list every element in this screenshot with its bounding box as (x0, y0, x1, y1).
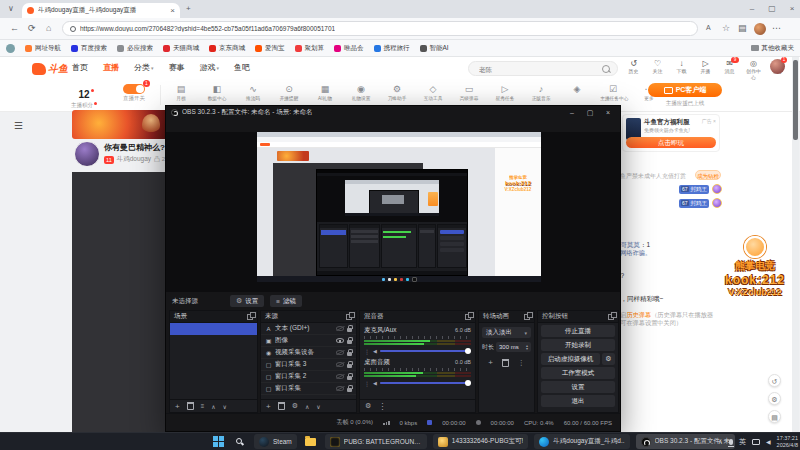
tool-item[interactable]: ▦ AI礼物 (310, 83, 340, 102)
obs-close-button[interactable]: × (601, 109, 615, 116)
settings-fab-button[interactable]: ⚙ (768, 392, 781, 405)
volume-slider[interactable] (380, 382, 471, 384)
tool-item[interactable]: ◇ 互动工具 (418, 83, 448, 102)
header-icon-item[interactable]: ✉ 消息 9 (720, 59, 739, 82)
room-banner-image[interactable] (72, 110, 168, 139)
url-field[interactable]: https://www.douyu.com/2706482?dyshid=4be… (62, 21, 698, 36)
history-danmaku-link[interactable]: 历史弹幕 (626, 311, 651, 318)
speaker-icon[interactable]: ◀ (373, 380, 377, 386)
virtual-cam-settings-icon[interactable]: ⚙ (602, 353, 615, 365)
move-up-icon[interactable]: ∧ (211, 403, 215, 410)
popout-icon[interactable] (346, 314, 352, 320)
channel-menu-icon[interactable]: ⋮ (364, 380, 370, 387)
nav-item[interactable]: 鱼吧 ▾ (234, 62, 250, 73)
tool-item[interactable]: ◧ 数据中心 (202, 83, 232, 102)
visibility-eye-icon[interactable] (336, 338, 344, 343)
obs-minimize-button[interactable]: – (565, 109, 579, 116)
scenes-dock-header[interactable]: 场景 (170, 311, 257, 323)
nav-item[interactable]: 分类 ▾ (134, 62, 154, 73)
hamburger-menu-icon[interactable]: ☰ (14, 120, 23, 131)
collections-icon[interactable]: ▤ (738, 23, 747, 33)
tool-item[interactable]: ▷ 星秀任务 (490, 83, 520, 102)
header-icon-item[interactable]: ♡ 关注 (648, 59, 667, 82)
lock-icon[interactable] (347, 328, 352, 332)
duration-spinner[interactable]: 300 ms ▴▾ (496, 342, 531, 352)
mixer-settings-icon[interactable]: ⚙ (365, 402, 371, 410)
obs-preview[interactable]: 熊掌电竞 kook:212 V:XZclub212 (166, 132, 620, 292)
new-tab-button[interactable]: + (186, 4, 191, 13)
bookmark-item[interactable]: 唯品会 (334, 44, 364, 53)
window-minimize-button[interactable]: – (744, 4, 760, 13)
slider-knob[interactable] (465, 380, 471, 386)
bookmark-globe-icon[interactable] (6, 44, 15, 53)
header-icon-item[interactable]: ◎ 创作中心 (744, 59, 763, 82)
tab-search-chevron-icon[interactable]: ∨ (8, 4, 14, 13)
control-button[interactable]: 停止直播 (541, 325, 615, 337)
lock-icon[interactable] (347, 352, 352, 356)
move-down-icon[interactable]: ∨ (316, 403, 320, 410)
taskbar-search-icon[interactable] (232, 434, 248, 449)
tool-item[interactable]: ⊙ 开播提醒 (274, 83, 304, 102)
transition-menu-icon[interactable]: ⋮ (518, 359, 525, 367)
anchor-score[interactable]: 12 主播积分 (62, 84, 106, 109)
popout-icon[interactable] (608, 314, 614, 320)
bookmark-item[interactable]: 携程旅行 (374, 44, 410, 53)
source-properties-icon[interactable]: ⚙ (292, 402, 298, 410)
pc-client-button[interactable]: PC客户端 (648, 83, 722, 97)
taskbar-steam[interactable]: Steam (254, 434, 297, 449)
bookmark-item[interactable]: 百度搜索 (71, 44, 107, 53)
bookmark-item[interactable]: 天猫商城 (163, 44, 199, 53)
page-scrollbar[interactable] (792, 57, 799, 432)
scrollbar-thumb[interactable] (793, 60, 798, 140)
lock-icon[interactable] (347, 340, 352, 344)
tool-item[interactable]: ⚙ 刀锋助手 (382, 83, 412, 102)
source-item[interactable]: ▢ 窗口采集 2 (261, 371, 356, 383)
ad-card[interactable]: 斗鱼官方福利服 广告 × 免费领火箭办卡鱼丸! 点击即玩 (622, 114, 720, 152)
browser-menu-icon[interactable]: ⋯ (772, 23, 781, 33)
douyu-logo[interactable]: 斗鱼 (32, 62, 68, 76)
channel-menu-icon[interactable]: ⋮ (364, 348, 370, 355)
bookmark-item[interactable]: 网址导航 (25, 44, 61, 53)
back-icon[interactable]: ← (10, 23, 19, 33)
window-close-button[interactable]: × (784, 4, 800, 13)
window-maximize-button[interactable]: ▢ (764, 4, 780, 13)
transition-select[interactable]: 淡入淡出▾ (482, 327, 531, 338)
source-item[interactable]: ▣ 图像 (261, 335, 356, 347)
streamer-name[interactable]: 斗鸡dougay (117, 155, 151, 164)
favorite-star-icon[interactable]: ☆ (722, 23, 730, 33)
display-tray-icon[interactable] (752, 439, 760, 445)
header-icon-item[interactable]: ↺ 历史 (624, 59, 643, 82)
reload-icon[interactable]: ⟳ (28, 23, 36, 33)
join-fanclub-button[interactable]: 成为钻粉 (695, 170, 721, 180)
control-button[interactable]: 退出 (541, 395, 615, 407)
search-box[interactable] (468, 61, 618, 76)
add-scene-icon[interactable]: + (175, 402, 180, 411)
popout-icon[interactable] (247, 314, 253, 320)
source-filters-button[interactable]: ≡滤镜 (270, 295, 302, 307)
source-item[interactable]: ▢ 窗口采集 (261, 383, 356, 395)
source-item[interactable]: ◉ 视频采集设备 (261, 347, 356, 359)
scene-filters-icon[interactable]: ≡ (201, 403, 205, 409)
tab-close-icon[interactable]: × (170, 6, 175, 15)
read-aloud-icon[interactable]: A (706, 24, 711, 31)
history-fab-button[interactable]: ↺ (768, 374, 781, 387)
bookmark-item[interactable]: 必应搜索 (117, 44, 153, 53)
bookmark-item[interactable]: 智能AI (420, 44, 449, 53)
tool-item[interactable]: ▤ 月榜 (166, 83, 196, 102)
search-input[interactable] (477, 63, 591, 76)
lock-icon[interactable] (347, 364, 352, 368)
nav-item[interactable]: 首页 ▾ (72, 62, 88, 73)
home-icon[interactable]: ⌂ (46, 23, 51, 33)
live-switch[interactable]: 1 直播开关 (112, 84, 156, 102)
popout-icon[interactable] (524, 314, 530, 320)
add-source-icon[interactable]: + (266, 402, 271, 411)
tool-item[interactable]: ☑ 主播任务中心 (598, 83, 628, 102)
tool-item[interactable]: ∿ 推流码 (238, 83, 268, 102)
user-avatar[interactable]: 1 (770, 59, 785, 74)
lock-icon[interactable] (347, 376, 352, 380)
ad-tag-close[interactable]: 广告 × (702, 118, 716, 124)
ime-indicator[interactable]: 英 (739, 437, 746, 447)
browser-profile-avatar[interactable] (754, 23, 766, 35)
start-button[interactable] (210, 434, 226, 449)
visibility-eye-icon[interactable] (336, 374, 344, 379)
